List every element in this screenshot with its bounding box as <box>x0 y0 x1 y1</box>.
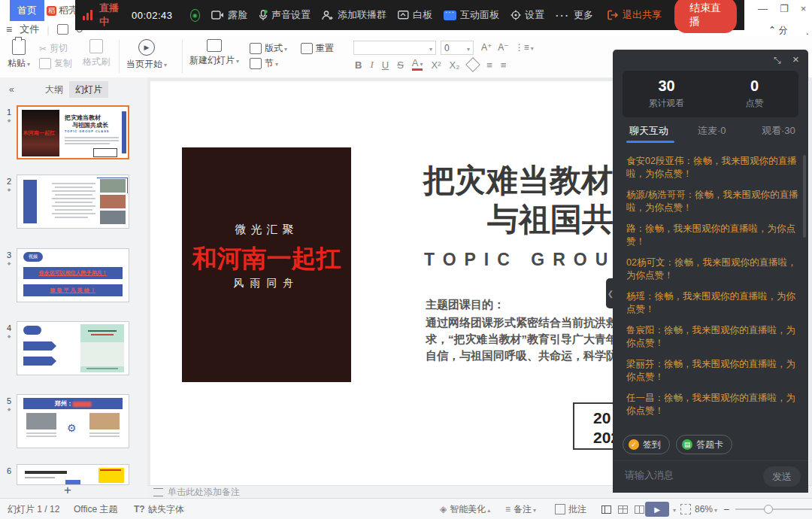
notes-icon <box>153 488 163 496</box>
more-button[interactable]: ··· 更多 <box>556 8 593 22</box>
window-minimize-icon[interactable]: — <box>758 3 768 14</box>
window-restore-icon[interactable]: ❐ <box>780 3 789 14</box>
exit-share-button[interactable]: 退出共享 <box>607 8 662 22</box>
flood-photo[interactable]: 微光汇聚 和河南一起扛 风雨同舟 <box>182 147 351 382</box>
slide-thumbnail-5[interactable]: 郑州：▆▆▆▆ ⚙ <box>17 394 129 448</box>
chat-message: 任一昌：徐畅，我来围观你的直播啦，为你点赞！ <box>626 392 799 417</box>
notes-toggle-button[interactable]: ≡ 备注 <box>505 499 536 519</box>
play-current-button[interactable]: ▶ 当页开始 <box>126 39 167 71</box>
sound-settings-button[interactable]: 声音设置 <box>259 8 311 22</box>
chat-messages[interactable]: 食安02段亚伟：徐畅，我来围观你的直播啦，为你点赞！ 杨源/杨浩哥哥：徐畅，我来… <box>626 155 799 418</box>
camera-icon <box>211 11 224 20</box>
quick-access-row: ≡ 文件 | ↺ <box>6 23 83 36</box>
fit-window-icon[interactable] <box>680 504 691 514</box>
subscript-button[interactable]: X₂ <box>449 59 459 71</box>
window-close-icon[interactable]: × <box>801 3 807 14</box>
collapse-panel-icon[interactable]: « <box>3 81 20 98</box>
align-left-icon[interactable]: ≡ <box>486 59 492 71</box>
photo-caption-bottom: 风雨同舟 <box>182 277 351 290</box>
italic-button[interactable]: I <box>370 59 373 71</box>
view-normal-icon[interactable] <box>601 505 611 514</box>
settings-button[interactable]: 设置 <box>511 8 544 22</box>
slideshow-options-caret[interactable] <box>671 504 676 514</box>
slides-panel: « 大纲 幻灯片 1 ◆ 和河南一起扛 把灾难当教材 与祖国共成长 TOPIC … <box>0 77 148 498</box>
view-reading-icon[interactable] <box>635 505 644 514</box>
paste-button[interactable]: 粘贴 <box>8 39 30 70</box>
bullet-list-icon[interactable]: ⋮≡ <box>515 42 534 53</box>
slide-thumbnail-6[interactable] <box>17 464 129 485</box>
align-center-icon[interactable]: ≡ <box>501 59 507 71</box>
view-sorter-icon[interactable] <box>618 505 628 514</box>
exit-icon <box>607 10 619 20</box>
layout-icon <box>250 43 262 54</box>
missing-font-warning[interactable]: T? 缺失字体 <box>134 499 184 519</box>
menu-icon[interactable]: ≡ <box>6 23 12 35</box>
font-color-button[interactable]: A <box>412 59 423 71</box>
zoom-level[interactable]: 86% <box>695 504 717 514</box>
end-live-button[interactable]: 结束直播 <box>674 0 737 33</box>
zoom-out-icon[interactable]: − <box>723 503 729 515</box>
answer-card-button[interactable]: ▤ 答题卡 <box>676 435 732 454</box>
send-button[interactable]: 发送 <box>763 466 801 487</box>
zoom-slider-knob[interactable] <box>764 505 773 514</box>
section-button[interactable]: 节 <box>250 57 278 70</box>
slide-thumbnail-3[interactable]: 视频 你永远可以相信人民子弟兵！ 致 敬 平 凡 英 雄 ！ <box>17 248 129 302</box>
chat-bubble-icon <box>444 11 456 20</box>
font-size-select[interactable]: 0 <box>441 41 474 55</box>
interaction-panel-button[interactable]: 互动面板 <box>444 8 499 22</box>
tab-mic[interactable]: 连麦·0 <box>698 124 726 138</box>
tab-outline[interactable]: 大纲 <box>39 81 69 98</box>
docer-icon: 稻 <box>47 6 56 16</box>
layout-button[interactable]: 版式 <box>250 42 287 55</box>
wps-live-window: 首页 稻 稻壳 ≡ 文件 | ↺ — ❐ × ⌃ 分享 ⋮ 查找 直播中 00:… <box>0 0 812 519</box>
missing-font-icon: T? <box>134 504 145 514</box>
font-shrink-icon[interactable]: A⁻ <box>498 42 508 53</box>
chat-scrollbar[interactable] <box>803 155 806 238</box>
tab-home[interactable]: 首页 <box>10 0 44 21</box>
chat-input[interactable] <box>623 469 739 481</box>
copy-button[interactable]: 复制 <box>39 57 72 70</box>
theme-name[interactable]: Office 主题 <box>74 499 117 519</box>
slide-thumbnail-2[interactable] <box>17 175 129 229</box>
beautify-button[interactable]: ◈ 智能美化 <box>440 499 490 519</box>
slideshow-play-button[interactable]: ▶ <box>645 502 669 517</box>
new-slide-button[interactable]: 新建幻灯片 <box>189 39 239 67</box>
slide-thumbnail-4[interactable] <box>17 321 129 375</box>
add-group-button[interactable]: 添加联播群 <box>322 8 386 22</box>
format-painter-button[interactable]: 格式刷 <box>83 39 110 68</box>
section-icon <box>250 58 262 69</box>
cut-button[interactable]: ✂剪切 <box>39 42 68 55</box>
tab-slides[interactable]: 幻灯片 <box>69 81 108 98</box>
views-count: 30 <box>623 77 710 95</box>
tab-chat[interactable]: 聊天互动 <box>629 124 668 138</box>
camera-button[interactable]: 露脸 <box>211 8 247 22</box>
chat-message: 路：徐畅，我来围观你的直播啦，为你点赞！ <box>626 223 799 248</box>
strike-button[interactable]: S <box>397 59 404 71</box>
purpose-line: 自信，与祖国同呼吸、共命运，科学防汛 <box>426 349 629 363</box>
network-status-icon[interactable]: ◉ <box>190 9 201 22</box>
font-grow-shrink: A⁺ A⁻ ⋮≡ <box>481 42 534 53</box>
chat-message: 梁丽芬：徐畅，我来围观你的直播啦，为你点赞！ <box>626 358 799 384</box>
panel-close-icon[interactable]: × <box>792 53 799 65</box>
whiteboard-button[interactable]: 白板 <box>398 8 432 22</box>
file-menu[interactable]: 文件 <box>20 23 39 36</box>
reset-button[interactable]: 重置 <box>301 42 334 55</box>
underline-button[interactable]: U <box>382 59 389 71</box>
zoom-slider[interactable] <box>735 508 812 510</box>
comments-button[interactable]: 批注 <box>555 499 586 519</box>
live-stats: 30 累计观看 0 点赞 <box>623 71 798 117</box>
gear-icon <box>511 10 521 20</box>
clear-format-icon[interactable] <box>465 57 480 72</box>
tab-watch[interactable]: 观看·30 <box>762 124 795 138</box>
slide-number: 3 <box>5 250 14 260</box>
panel-minimize-icon[interactable]: ⤡ <box>774 55 781 65</box>
font-name-select[interactable] <box>353 41 436 55</box>
superscript-button[interactable]: X² <box>431 59 441 71</box>
bold-button[interactable]: B <box>355 59 362 71</box>
slide-thumbnail-1[interactable]: 和河南一起扛 把灾难当教材 与祖国共成长 TOPIC GROUP CLASS <box>17 105 129 159</box>
new-slide-icon <box>207 39 222 52</box>
save-icon[interactable] <box>57 24 68 35</box>
add-slide-button[interactable]: + <box>60 484 75 497</box>
sign-in-button[interactable]: ✓ 签到 <box>623 435 670 454</box>
font-grow-icon[interactable]: A⁺ <box>481 42 492 53</box>
